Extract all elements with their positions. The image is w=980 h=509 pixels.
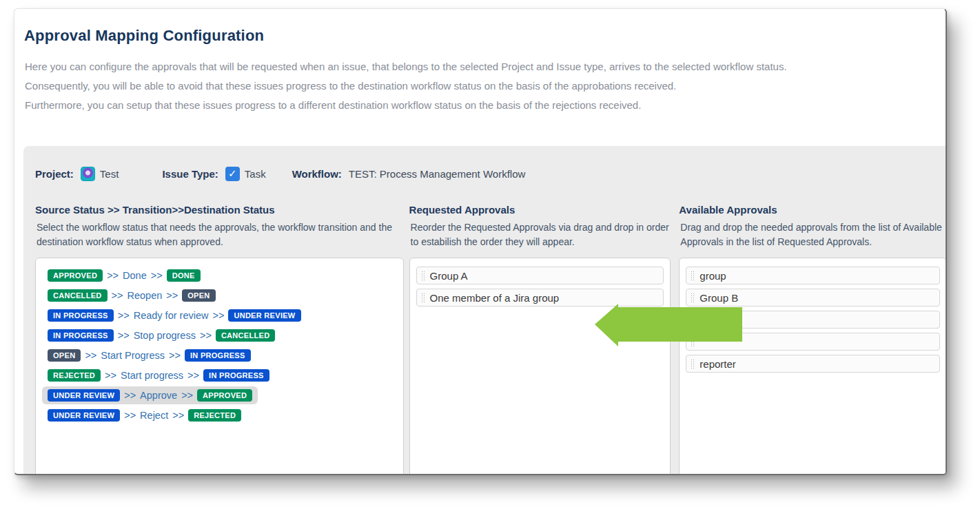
approval-item-label: reporter bbox=[700, 358, 736, 370]
workflow-label: Workflow: bbox=[292, 168, 342, 180]
approval-mapping-window: Approval Mapping Configuration Here you … bbox=[14, 8, 947, 475]
drag-handle-icon[interactable] bbox=[691, 271, 695, 281]
transition-separator: >> bbox=[151, 270, 163, 281]
project-value: Test bbox=[100, 168, 119, 180]
available-approvals-list[interactable]: groupGroup Breporter bbox=[679, 258, 947, 475]
drag-handle-icon[interactable] bbox=[421, 271, 425, 281]
destination-status-badge: UNDER REVIEW bbox=[228, 309, 300, 322]
transition-row[interactable]: UNDER REVIEW>>Reject>>REJECTED bbox=[42, 406, 247, 424]
transition-separator: >> bbox=[118, 310, 130, 321]
page-description-line: Here you can configure the approvals tha… bbox=[25, 57, 921, 76]
source-status-badge: IN PROGRESS bbox=[48, 309, 114, 322]
source-status-badge: UNDER REVIEW bbox=[48, 409, 120, 422]
transition-name: Reject bbox=[140, 410, 168, 421]
requested-approval-item[interactable]: Group A bbox=[416, 267, 664, 284]
source-status-badge: APPROVED bbox=[48, 269, 103, 282]
configuration-panel: Project: Test Issue Type: ✓ Task Workflo… bbox=[23, 146, 947, 475]
transition-row[interactable]: UNDER REVIEW>>Approve>>APPROVED bbox=[42, 386, 258, 404]
requested-approvals-header: Requested Approvals bbox=[409, 204, 671, 216]
destination-status-badge: OPEN bbox=[182, 289, 215, 302]
source-status-description: Select the workflow status that needs th… bbox=[35, 220, 404, 251]
drag-direction-arrow-icon bbox=[589, 300, 744, 351]
approval-item-label: One member of a Jira group bbox=[430, 292, 560, 304]
columns-container: Source Status >> Transition>>Destination… bbox=[35, 204, 947, 475]
workflow-value: TEST: Process Management Workflow bbox=[349, 168, 525, 180]
page-description: Here you can configure the approvals tha… bbox=[25, 57, 921, 115]
page-title: Approval Mapping Configuration bbox=[24, 27, 264, 45]
source-status-badge: CANCELLED bbox=[48, 289, 108, 302]
source-status-badge: IN PROGRESS bbox=[48, 329, 114, 342]
issue-type-label: Issue Type: bbox=[162, 168, 218, 180]
drag-handle-icon[interactable] bbox=[691, 359, 695, 369]
context-row: Project: Test Issue Type: ✓ Task Workflo… bbox=[35, 165, 525, 182]
task-check-icon: ✓ bbox=[225, 167, 240, 181]
destination-status-badge: APPROVED bbox=[197, 389, 252, 402]
available-approvals-description: Drag and drop the needed approvals from … bbox=[679, 220, 947, 251]
issue-type-value: Task bbox=[245, 168, 266, 180]
transition-separator: >> bbox=[212, 310, 224, 321]
transition-row[interactable]: APPROVED>>Done>>DONE bbox=[42, 267, 206, 284]
drag-handle-icon[interactable] bbox=[421, 293, 425, 303]
transition-separator: >> bbox=[200, 330, 212, 341]
source-status-column: Source Status >> Transition>>Destination… bbox=[35, 204, 404, 475]
requested-approvals-list[interactable]: Group AOne member of a Jira group bbox=[409, 258, 671, 475]
source-status-badge: REJECTED bbox=[48, 369, 101, 382]
destination-status-badge: CANCELLED bbox=[216, 329, 276, 342]
transition-separator: >> bbox=[169, 350, 181, 361]
transition-separator: >> bbox=[124, 390, 136, 401]
source-status-header: Source Status >> Transition>>Destination… bbox=[35, 204, 404, 216]
transition-separator: >> bbox=[112, 290, 123, 301]
transition-name: Done bbox=[123, 270, 147, 281]
transition-row[interactable]: REJECTED>>Start progress>>IN PROGRESS bbox=[42, 366, 275, 384]
transition-separator: >> bbox=[187, 370, 199, 381]
page-description-line: Furthermore, you can setup that these is… bbox=[25, 96, 921, 115]
destination-status-badge: DONE bbox=[167, 269, 201, 282]
transition-separator: >> bbox=[124, 410, 136, 421]
destination-status-badge: IN PROGRESS bbox=[203, 369, 269, 382]
approval-item-label: Group A bbox=[430, 270, 468, 282]
available-approval-item[interactable]: group bbox=[686, 267, 940, 284]
transition-row[interactable]: CANCELLED>>Reopen>>OPEN bbox=[42, 287, 221, 304]
available-approval-item[interactable]: reporter bbox=[686, 355, 940, 373]
transition-separator: >> bbox=[118, 330, 130, 341]
transition-row[interactable]: OPEN>>Start Progress>>IN PROGRESS bbox=[42, 346, 256, 364]
transition-separator: >> bbox=[107, 270, 119, 281]
project-avatar-icon bbox=[81, 167, 95, 181]
transition-separator: >> bbox=[105, 370, 116, 381]
source-status-badge: OPEN bbox=[48, 349, 81, 362]
transition-name: Approve bbox=[140, 390, 177, 401]
transition-name: Start progress bbox=[121, 370, 183, 381]
transition-row[interactable]: IN PROGRESS>>Ready for review>>UNDER REV… bbox=[42, 307, 307, 324]
transition-separator: >> bbox=[172, 410, 184, 421]
transition-name: Reopen bbox=[127, 290, 162, 301]
requested-approvals-description: Reorder the Requested Approvals via drag… bbox=[409, 220, 671, 251]
available-approvals-header: Available Approvals bbox=[679, 204, 947, 216]
page-description-line: Consequently, you will be able to avoid … bbox=[25, 76, 921, 96]
approval-item-label: group bbox=[700, 270, 726, 282]
transition-row[interactable]: IN PROGRESS>>Stop progress>>CANCELLED bbox=[42, 326, 280, 344]
transition-list[interactable]: APPROVED>>Done>>DONECANCELLED>>Reopen>>O… bbox=[35, 258, 404, 475]
project-label: Project: bbox=[35, 168, 74, 180]
transition-separator: >> bbox=[181, 390, 193, 401]
destination-status-badge: IN PROGRESS bbox=[185, 349, 251, 362]
transition-separator: >> bbox=[85, 350, 96, 361]
source-status-badge: UNDER REVIEW bbox=[48, 389, 120, 402]
destination-status-badge: REJECTED bbox=[188, 409, 241, 422]
transition-separator: >> bbox=[166, 290, 178, 301]
transition-name: Start Progress bbox=[101, 350, 165, 361]
transition-name: Ready for review bbox=[134, 310, 209, 321]
transition-name: Stop progress bbox=[134, 330, 196, 341]
